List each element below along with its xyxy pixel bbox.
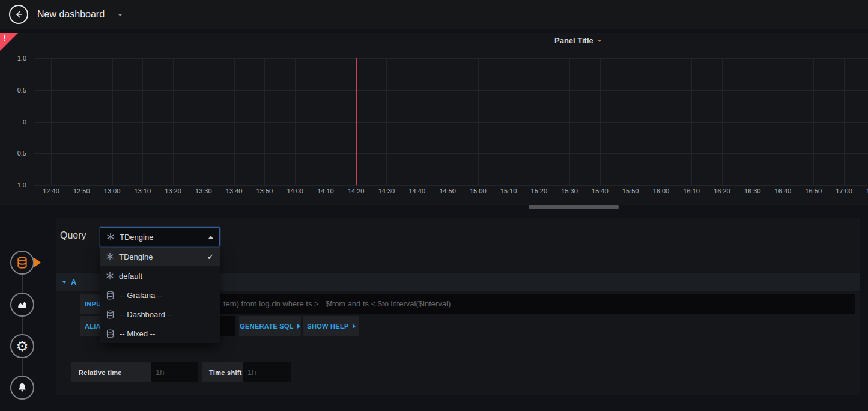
caret-right-icon <box>297 324 300 329</box>
top-navbar: New dashboard <box>0 0 868 29</box>
caret-right-icon <box>353 324 356 329</box>
database-icon <box>106 329 115 338</box>
x-axis-label: 14:50 <box>434 187 461 195</box>
grid-line-v <box>631 58 631 185</box>
caret-up-icon <box>208 236 213 239</box>
grid-line-v <box>142 58 143 185</box>
check-icon: ✓ <box>207 252 214 261</box>
grid-line-h <box>34 58 868 59</box>
x-axis-label: 16:20 <box>709 187 735 195</box>
grid-line-v <box>661 58 661 185</box>
grid-line-v <box>478 58 479 185</box>
back-button[interactable] <box>9 5 28 24</box>
database-icon <box>106 310 115 319</box>
grid-line-v <box>295 58 296 185</box>
grid-line-v <box>539 58 539 185</box>
panel-tab-alert[interactable] <box>10 376 34 400</box>
dashboard-title[interactable]: New dashboard <box>37 0 105 29</box>
bell-icon <box>17 382 28 393</box>
x-axis-label: 14:20 <box>343 187 369 195</box>
y-axis-label: 0 <box>0 118 26 126</box>
grid-line-h <box>34 122 868 123</box>
grid-line-v <box>844 58 845 185</box>
grid-line-v <box>173 58 174 185</box>
y-axis-label: -0.5 <box>0 150 26 157</box>
x-axis-label: 16:40 <box>769 187 796 195</box>
x-axis-label: 15:30 <box>556 187 583 195</box>
x-axis-label: 13:20 <box>160 187 186 195</box>
collapse-caret-icon <box>62 281 67 284</box>
sql-input[interactable]: tem) from log.dn where ts >= $from and t… <box>114 294 855 314</box>
horizontal-scrollbar[interactable] <box>529 205 619 209</box>
datasource-option-tdengine[interactable]: TDengine✓ <box>100 247 220 266</box>
relative-time-input[interactable] <box>151 362 198 382</box>
query-ref-id: A <box>71 278 76 287</box>
database-icon <box>106 291 115 300</box>
grid-line-v <box>417 58 417 185</box>
time-shift-label: Time shift <box>202 362 243 382</box>
panel-tab-general[interactable]: ⚙ <box>10 334 34 358</box>
grid-line-v <box>234 58 235 185</box>
grid-line-v <box>82 58 82 185</box>
x-axis-label: 14:10 <box>312 187 339 195</box>
panel-tab-queries[interactable] <box>10 251 34 275</box>
x-axis-label: 13:40 <box>221 187 247 195</box>
x-axis-label: 16:00 <box>648 187 674 195</box>
query-section-label: Query <box>60 230 86 241</box>
star-icon <box>106 272 114 280</box>
x-axis-label: 16:30 <box>739 187 766 195</box>
graph-panel: ! Panel Title 1.00.50-0.5-1.012:4012:501… <box>0 33 868 205</box>
tab-connector-line <box>22 263 23 388</box>
active-tab-arrow-icon <box>34 258 41 267</box>
gear-icon: ⚙ <box>16 339 29 353</box>
x-axis-label: 13:00 <box>99 187 126 195</box>
grid-line-v <box>112 58 113 185</box>
grid-line-v <box>204 58 204 185</box>
chart-plot: 1.00.50-0.5-1.012:4012:5013:0013:1013:20… <box>0 33 868 205</box>
datasource-option-mixed[interactable]: -- Mixed -- <box>100 324 220 343</box>
x-axis-label: 15:50 <box>618 187 644 195</box>
y-axis-label: -1.0 <box>0 181 26 189</box>
x-axis-label: 17:10 <box>861 187 868 195</box>
x-axis-label: 17:00 <box>831 187 857 195</box>
grid-line-v <box>386 58 387 185</box>
chevron-down-icon <box>118 14 123 16</box>
grid-line-v <box>691 58 692 185</box>
grid-line-v <box>722 58 723 185</box>
generate-sql-button[interactable]: GENERATE SQL <box>239 316 301 336</box>
grid-line-v <box>509 58 509 185</box>
grid-line-v <box>813 58 814 185</box>
show-help-button[interactable]: SHOW HELP <box>303 316 359 336</box>
x-axis-label: 12:40 <box>38 187 64 195</box>
datasource-option-default[interactable]: default <box>100 266 220 285</box>
grid-line-v <box>51 58 52 185</box>
database-icon <box>16 257 28 269</box>
datasource-menu: TDengine✓default-- Grafana ---- Dashboar… <box>100 247 220 343</box>
panel-tab-visualization[interactable] <box>10 293 34 317</box>
y-axis-label: 0.5 <box>0 87 26 94</box>
y-axis-label: 1.0 <box>0 55 26 62</box>
x-axis-label: 15:10 <box>496 187 522 195</box>
datasource-select-value: TDengine <box>120 233 153 242</box>
x-axis-label: 14:40 <box>404 187 430 195</box>
x-axis-label: 14:00 <box>282 187 308 195</box>
x-axis-label: 13:50 <box>251 187 278 195</box>
datasource-option-grafana[interactable]: -- Grafana -- <box>100 285 220 305</box>
datasource-select[interactable]: TDengine <box>100 227 220 246</box>
x-axis-label: 12:50 <box>68 187 95 195</box>
time-shift-input[interactable] <box>243 362 291 382</box>
star-icon <box>106 252 114 261</box>
sql-input-value: tem) from log.dn where ts >= $from and t… <box>114 294 855 314</box>
grid-line-v <box>753 58 753 185</box>
grid-line-v <box>600 58 601 185</box>
datasource-option-dashboard[interactable]: -- Dashboard -- <box>100 305 220 324</box>
arrow-left-icon <box>14 10 23 19</box>
grid-line-h <box>34 153 868 154</box>
relative-time-label: Relative time <box>71 362 151 382</box>
annotation-line <box>356 58 357 185</box>
x-axis-label: 13:10 <box>129 187 156 195</box>
x-axis-label: 16:10 <box>678 187 705 195</box>
grid-line-v <box>326 58 326 185</box>
grid-line-h <box>34 90 868 91</box>
x-axis-label: 16:50 <box>800 187 827 195</box>
